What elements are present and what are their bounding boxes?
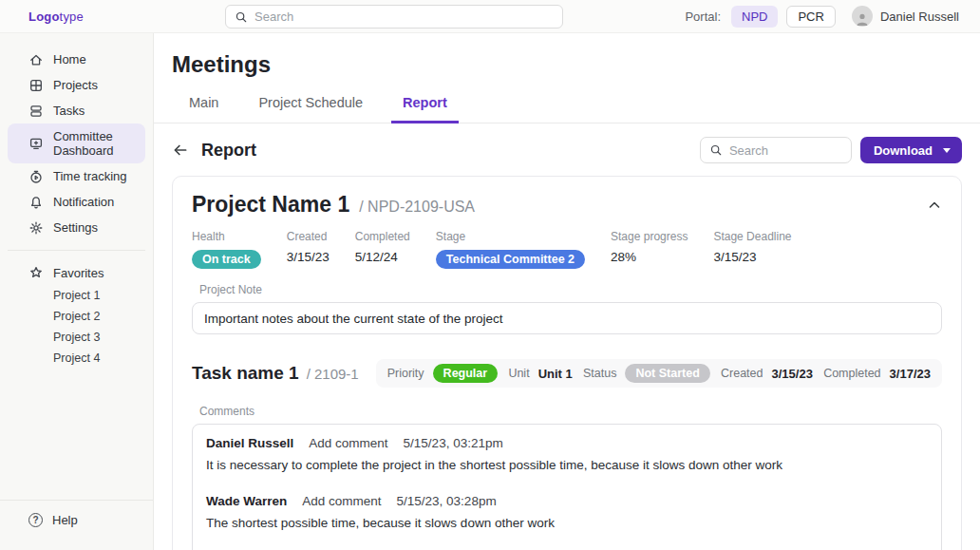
sidebar-item-notification[interactable]: Notification xyxy=(8,189,145,215)
comment: Wade Warren Add comment 5/15/23, 03:28pm… xyxy=(206,494,928,531)
report-search[interactable] xyxy=(700,137,852,163)
avatar-icon xyxy=(852,6,873,27)
comment-time: 5/15/23, 03:28pm xyxy=(397,494,497,508)
topbar-right: Portal: NPD PCR Daniel Russell xyxy=(685,6,980,28)
comments-label: Comments xyxy=(199,405,942,418)
app-screen: Logotype Portal: NPD PCR Daniel Russell … xyxy=(0,0,980,550)
sidebar-item-label: Settings xyxy=(53,220,98,235)
meta-value: 3/15/23 xyxy=(287,250,330,264)
sidebar-item-time-tracking[interactable]: Time tracking xyxy=(8,163,145,189)
favorites-label: Favorites xyxy=(53,266,104,280)
task-priority: Priority Regular xyxy=(387,364,498,383)
project-note-input[interactable] xyxy=(192,302,942,334)
meta-health: Health On track xyxy=(192,230,261,269)
comment-time: 5/15/23, 03:21pm xyxy=(404,436,503,450)
created-value: 3/15/23 xyxy=(772,367,813,381)
status-badge: Not Started xyxy=(625,364,709,383)
sidebar-item-label: Tasks xyxy=(53,104,85,118)
comment-author: Wade Warren xyxy=(206,494,287,508)
portal-pcr-button[interactable]: PCR xyxy=(786,6,835,28)
task-created: Created 3/15/23 xyxy=(721,367,813,381)
report-title: Report xyxy=(201,141,256,161)
comment-author: Daniel Russell xyxy=(206,436,293,450)
task-completed: Completed 3/17/23 xyxy=(823,367,931,381)
project-header: Project Name 1 / NPD-2109-USA xyxy=(192,192,942,218)
sidebar-favorites-header[interactable]: Favorites xyxy=(8,260,145,285)
logo-light: type xyxy=(60,9,84,24)
sidebar-item-project-1[interactable]: Project 1 xyxy=(8,285,145,306)
add-comment-link[interactable]: Add comment xyxy=(302,494,381,508)
user-menu[interactable]: Daniel Russell xyxy=(852,6,959,27)
task-status: Status Not Started xyxy=(583,364,710,383)
task-name: Task name 1 xyxy=(192,363,299,384)
logo[interactable]: Logotype xyxy=(28,9,84,24)
meta-value: 28% xyxy=(611,250,688,264)
portal-label: Portal: xyxy=(685,9,721,24)
chevron-up-icon[interactable] xyxy=(927,198,942,213)
comment-text: The shortest possible time, because it s… xyxy=(206,515,928,531)
back-arrow-icon[interactable] xyxy=(172,142,189,159)
sidebar-item-project-2[interactable]: Project 2 xyxy=(8,306,145,327)
sidebar-item-label: Notification xyxy=(53,195,114,209)
project-meta-row: Health On track Created 3/15/23 Complete… xyxy=(192,230,942,269)
portal-npd-button[interactable]: NPD xyxy=(731,6,778,28)
help-label: Help xyxy=(52,513,78,527)
report-actions: Download xyxy=(700,137,962,163)
report-search-input[interactable] xyxy=(729,143,842,158)
tab-report[interactable]: Report xyxy=(391,95,459,123)
star-icon xyxy=(28,265,44,280)
sidebar-nav: Home Projects Tasks Committee Dashboard … xyxy=(0,33,153,369)
tab-project-schedule[interactable]: Project Schedule xyxy=(247,95,374,123)
status-label: Status xyxy=(583,367,616,380)
comment-text: It is necessary to complete the project … xyxy=(206,457,928,473)
tab-main[interactable]: Main xyxy=(178,95,230,123)
sidebar-item-committee-dashboard[interactable]: Committee Dashboard xyxy=(8,123,145,163)
logo-bold: Logo xyxy=(28,9,60,24)
task-unit: Unit Unit 1 xyxy=(508,367,572,381)
meta-label: Stage progress xyxy=(611,230,688,243)
sidebar-item-settings[interactable]: Settings xyxy=(8,215,145,240)
comment-header: Daniel Russell Add comment 5/15/23, 03:2… xyxy=(206,436,928,450)
download-button[interactable]: Download xyxy=(860,137,962,163)
search-input[interactable] xyxy=(254,9,554,24)
unit-label: Unit xyxy=(508,367,529,380)
priority-label: Priority xyxy=(387,367,424,380)
download-label: Download xyxy=(874,143,933,158)
add-comment-link[interactable]: Add comment xyxy=(309,436,387,450)
gear-icon xyxy=(28,220,44,236)
projects-icon xyxy=(28,78,44,93)
caret-down-icon xyxy=(943,148,951,153)
meta-stage-deadline: Stage Deadline 3/15/23 xyxy=(713,230,791,269)
priority-badge: Regular xyxy=(433,364,499,383)
meta-label: Stage xyxy=(436,230,585,243)
completed-label: Completed xyxy=(823,367,880,380)
sidebar-item-project-3[interactable]: Project 3 xyxy=(8,327,145,348)
meta-value: 5/12/24 xyxy=(355,250,410,264)
sidebar-item-project-4[interactable]: Project 4 xyxy=(8,348,145,369)
meta-completed: Completed 5/12/24 xyxy=(355,230,410,269)
search-icon xyxy=(709,143,723,157)
completed-value: 3/17/23 xyxy=(890,367,931,381)
meta-label: Created xyxy=(287,230,330,243)
meta-label: Stage Deadline xyxy=(713,230,791,243)
main-content: Meetings Main Project Schedule Report Re… xyxy=(154,33,980,550)
sidebar-item-projects[interactable]: Projects xyxy=(8,72,145,98)
sidebar-divider xyxy=(8,250,145,251)
task-code: / 2109-1 xyxy=(307,366,359,382)
sidebar-item-label: Committee Dashboard xyxy=(53,129,140,158)
meta-created: Created 3/15/23 xyxy=(287,230,330,269)
unit-value: Unit 1 xyxy=(538,367,573,381)
comment: Daniel Russell Add comment 5/15/23, 03:2… xyxy=(206,436,928,473)
sidebar-item-help[interactable]: ? Help xyxy=(0,501,153,550)
sidebar-item-home[interactable]: Home xyxy=(8,47,145,72)
comment-header: Wade Warren Add comment 5/15/23, 03:28pm xyxy=(206,494,928,508)
meta-label: Health xyxy=(192,230,261,243)
topbar: Logotype Portal: NPD PCR Daniel Russell xyxy=(0,0,980,33)
global-search[interactable] xyxy=(225,5,563,28)
project-name: Project Name 1 xyxy=(192,192,349,218)
report-header: Report Download xyxy=(172,136,962,164)
comments-box: Daniel Russell Add comment 5/15/23, 03:2… xyxy=(192,424,942,550)
tab-bar: Main Project Schedule Report xyxy=(154,78,980,123)
search-icon xyxy=(235,10,248,24)
sidebar-item-tasks[interactable]: Tasks xyxy=(8,98,145,123)
